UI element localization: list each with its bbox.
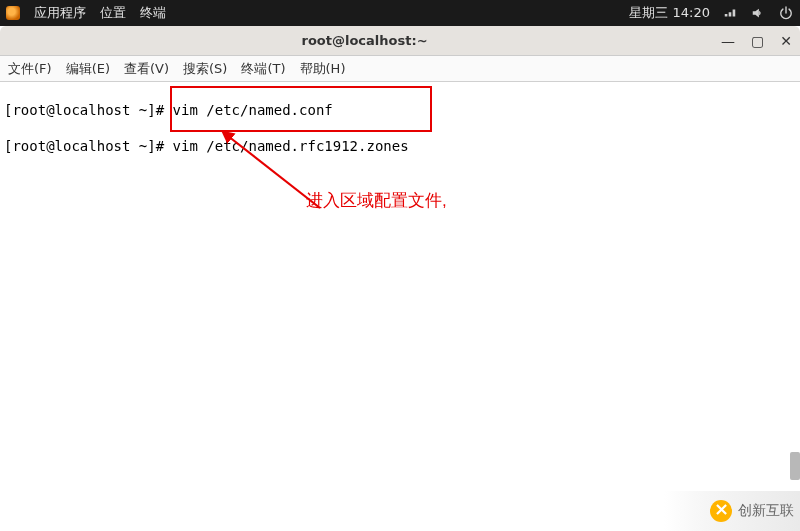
applications-menu[interactable]: 应用程序 xyxy=(34,4,86,22)
menu-terminal[interactable]: 终端(T) xyxy=(241,60,285,78)
menu-search[interactable]: 搜索(S) xyxy=(183,60,227,78)
terminal-menu-item[interactable]: 终端 xyxy=(140,4,166,22)
power-icon[interactable] xyxy=(778,5,794,21)
terminal-line: [root@localhost ~]# vim /etc/named.rfc19… xyxy=(4,137,796,155)
system-panel: 应用程序 位置 终端 星期三 14:20 xyxy=(0,0,800,26)
minimize-button[interactable]: — xyxy=(721,34,735,48)
watermark: 创新互联 xyxy=(664,491,800,531)
watermark-text: 创新互联 xyxy=(738,502,794,520)
scrollbar-thumb[interactable] xyxy=(790,452,800,480)
menu-edit[interactable]: 编辑(E) xyxy=(66,60,110,78)
terminal-line: [root@localhost ~]# vim /etc/named.conf xyxy=(4,101,796,119)
volume-icon[interactable] xyxy=(750,5,766,21)
prompt: [root@localhost ~]# xyxy=(4,102,164,118)
annotation-text: 进入区域配置文件, xyxy=(306,192,447,210)
terminal-area[interactable]: [root@localhost ~]# vim /etc/named.conf … xyxy=(0,82,800,531)
window-titlebar[interactable]: root@localhost:~ — ▢ ✕ xyxy=(0,26,800,56)
prompt: [root@localhost ~]# xyxy=(4,138,164,154)
places-menu[interactable]: 位置 xyxy=(100,4,126,22)
menu-help[interactable]: 帮助(H) xyxy=(300,60,346,78)
network-icon[interactable] xyxy=(722,5,738,21)
menu-view[interactable]: 查看(V) xyxy=(124,60,169,78)
maximize-button[interactable]: ▢ xyxy=(751,34,764,48)
window-title: root@localhost:~ xyxy=(301,33,427,48)
menubar: 文件(F) 编辑(E) 查看(V) 搜索(S) 终端(T) 帮助(H) xyxy=(0,56,800,82)
command: vim /etc/named.conf xyxy=(173,102,333,118)
command: vim /etc/named.rfc1912.zones xyxy=(173,138,409,154)
close-button[interactable]: ✕ xyxy=(780,34,792,48)
clock[interactable]: 星期三 14:20 xyxy=(629,4,710,22)
menu-file[interactable]: 文件(F) xyxy=(8,60,52,78)
activities-icon[interactable] xyxy=(6,6,20,20)
watermark-logo-icon xyxy=(710,500,732,522)
